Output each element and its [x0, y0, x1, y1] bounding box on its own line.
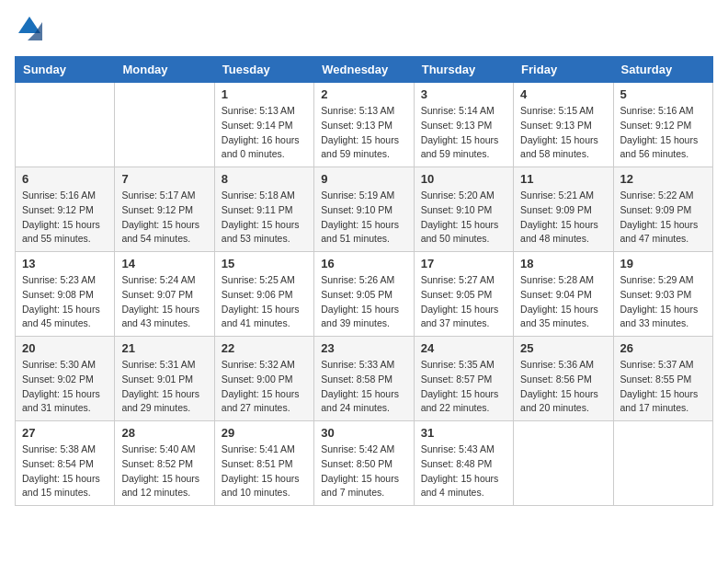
- day-info: Sunrise: 5:40 AMSunset: 8:52 PMDaylight:…: [121, 442, 207, 500]
- day-number: 12: [620, 172, 706, 186]
- calendar-cell: 29Sunrise: 5:41 AMSunset: 8:51 PMDayligh…: [214, 421, 313, 506]
- day-number: 19: [620, 257, 706, 270]
- logo-icon: [17, 15, 42, 40]
- calendar-cell: 26Sunrise: 5:37 AMSunset: 8:55 PMDayligh…: [613, 337, 712, 421]
- day-number: 7: [121, 172, 207, 186]
- calendar-cell: 28Sunrise: 5:40 AMSunset: 8:52 PMDayligh…: [115, 421, 214, 506]
- calendar-cell: 16Sunrise: 5:26 AMSunset: 9:05 PMDayligh…: [314, 252, 414, 337]
- day-number: 21: [121, 341, 207, 355]
- day-number: 29: [222, 426, 307, 440]
- weekday-header-monday: Monday: [115, 57, 214, 83]
- calendar-cell: 5Sunrise: 5:16 AMSunset: 9:12 PMDaylight…: [613, 83, 712, 167]
- calendar-cell: 19Sunrise: 5:29 AMSunset: 9:03 PMDayligh…: [613, 252, 712, 337]
- day-info: Sunrise: 5:37 AMSunset: 8:55 PMDaylight:…: [620, 358, 706, 416]
- weekday-header-row: SundayMondayTuesdayWednesdayThursdayFrid…: [16, 57, 713, 83]
- calendar-cell: 27Sunrise: 5:38 AMSunset: 8:54 PMDayligh…: [16, 421, 115, 506]
- day-info: Sunrise: 5:43 AMSunset: 8:48 PMDaylight:…: [421, 442, 506, 500]
- calendar-cell: 17Sunrise: 5:27 AMSunset: 9:05 PMDayligh…: [414, 252, 513, 337]
- day-number: 9: [321, 172, 406, 186]
- day-info: Sunrise: 5:13 AMSunset: 9:14 PMDaylight:…: [222, 104, 307, 162]
- calendar-cell: [115, 83, 214, 167]
- day-number: 28: [121, 426, 207, 440]
- day-info: Sunrise: 5:18 AMSunset: 9:11 PMDaylight:…: [222, 189, 307, 247]
- day-number: 10: [421, 172, 506, 186]
- day-number: 30: [321, 426, 406, 440]
- day-info: Sunrise: 5:14 AMSunset: 9:13 PMDaylight:…: [421, 104, 506, 162]
- day-info: Sunrise: 5:28 AMSunset: 9:04 PMDaylight:…: [520, 273, 606, 331]
- weekday-header-thursday: Thursday: [414, 57, 513, 83]
- calendar-week-3: 13Sunrise: 5:23 AMSunset: 9:08 PMDayligh…: [16, 252, 713, 337]
- day-number: 23: [321, 341, 406, 355]
- day-info: Sunrise: 5:22 AMSunset: 9:09 PMDaylight:…: [620, 189, 706, 247]
- day-info: Sunrise: 5:35 AMSunset: 8:57 PMDaylight:…: [421, 358, 506, 416]
- day-info: Sunrise: 5:32 AMSunset: 9:00 PMDaylight:…: [222, 358, 307, 416]
- day-info: Sunrise: 5:19 AMSunset: 9:10 PMDaylight:…: [321, 189, 406, 247]
- day-number: 16: [321, 257, 406, 270]
- day-info: Sunrise: 5:26 AMSunset: 9:05 PMDaylight:…: [321, 273, 406, 331]
- calendar-cell: 11Sunrise: 5:21 AMSunset: 9:09 PMDayligh…: [514, 167, 613, 252]
- day-info: Sunrise: 5:16 AMSunset: 9:12 PMDaylight:…: [620, 104, 706, 162]
- day-info: Sunrise: 5:20 AMSunset: 9:10 PMDaylight:…: [421, 189, 506, 247]
- day-info: Sunrise: 5:15 AMSunset: 9:13 PMDaylight:…: [520, 104, 606, 162]
- day-number: 1: [222, 87, 307, 101]
- day-info: Sunrise: 5:29 AMSunset: 9:03 PMDaylight:…: [620, 273, 706, 331]
- day-number: 25: [520, 341, 606, 355]
- day-info: Sunrise: 5:30 AMSunset: 9:02 PMDaylight:…: [22, 358, 108, 416]
- calendar-cell: 6Sunrise: 5:16 AMSunset: 9:12 PMDaylight…: [16, 167, 115, 252]
- day-number: 6: [22, 172, 108, 186]
- weekday-header-sunday: Sunday: [16, 57, 115, 83]
- logo: [15, 15, 42, 45]
- day-info: Sunrise: 5:25 AMSunset: 9:06 PMDaylight:…: [222, 273, 307, 331]
- day-number: 22: [222, 341, 307, 355]
- calendar-cell: 24Sunrise: 5:35 AMSunset: 8:57 PMDayligh…: [414, 337, 513, 421]
- logo-wordmark: [15, 15, 42, 45]
- day-number: 11: [520, 172, 606, 186]
- day-number: 4: [520, 87, 606, 101]
- day-number: 8: [222, 172, 307, 186]
- calendar-cell: 15Sunrise: 5:25 AMSunset: 9:06 PMDayligh…: [214, 252, 313, 337]
- calendar-cell: [16, 83, 115, 167]
- calendar-cell: [514, 421, 613, 506]
- calendar-cell: 2Sunrise: 5:13 AMSunset: 9:13 PMDaylight…: [314, 83, 414, 167]
- day-info: Sunrise: 5:36 AMSunset: 8:56 PMDaylight:…: [520, 358, 606, 416]
- page-header: [15, 15, 713, 45]
- calendar-cell: 7Sunrise: 5:17 AMSunset: 9:12 PMDaylight…: [115, 167, 214, 252]
- day-info: Sunrise: 5:13 AMSunset: 9:13 PMDaylight:…: [321, 104, 406, 162]
- calendar-cell: 31Sunrise: 5:43 AMSunset: 8:48 PMDayligh…: [414, 421, 513, 506]
- day-number: 13: [22, 257, 108, 270]
- calendar-cell: 20Sunrise: 5:30 AMSunset: 9:02 PMDayligh…: [16, 337, 115, 421]
- day-number: 18: [520, 257, 606, 270]
- day-info: Sunrise: 5:41 AMSunset: 8:51 PMDaylight:…: [222, 442, 307, 500]
- day-number: 27: [22, 426, 108, 440]
- day-number: 5: [620, 87, 706, 101]
- weekday-header-wednesday: Wednesday: [314, 57, 414, 83]
- calendar-table: SundayMondayTuesdayWednesdayThursdayFrid…: [15, 56, 713, 506]
- day-number: 31: [421, 426, 506, 440]
- day-number: 26: [620, 341, 706, 355]
- calendar-cell: 10Sunrise: 5:20 AMSunset: 9:10 PMDayligh…: [414, 167, 513, 252]
- calendar-cell: 4Sunrise: 5:15 AMSunset: 9:13 PMDaylight…: [514, 83, 613, 167]
- calendar-week-2: 6Sunrise: 5:16 AMSunset: 9:12 PMDaylight…: [16, 167, 713, 252]
- day-info: Sunrise: 5:31 AMSunset: 9:01 PMDaylight:…: [121, 358, 207, 416]
- calendar-cell: 13Sunrise: 5:23 AMSunset: 9:08 PMDayligh…: [16, 252, 115, 337]
- calendar-cell: 18Sunrise: 5:28 AMSunset: 9:04 PMDayligh…: [514, 252, 613, 337]
- calendar-cell: 9Sunrise: 5:19 AMSunset: 9:10 PMDaylight…: [314, 167, 414, 252]
- calendar-cell: 25Sunrise: 5:36 AMSunset: 8:56 PMDayligh…: [514, 337, 613, 421]
- calendar-cell: 22Sunrise: 5:32 AMSunset: 9:00 PMDayligh…: [214, 337, 313, 421]
- calendar-week-5: 27Sunrise: 5:38 AMSunset: 8:54 PMDayligh…: [16, 421, 713, 506]
- day-info: Sunrise: 5:21 AMSunset: 9:09 PMDaylight:…: [520, 189, 606, 247]
- day-number: 15: [222, 257, 307, 270]
- day-info: Sunrise: 5:38 AMSunset: 8:54 PMDaylight:…: [22, 442, 108, 500]
- calendar-week-4: 20Sunrise: 5:30 AMSunset: 9:02 PMDayligh…: [16, 337, 713, 421]
- day-info: Sunrise: 5:42 AMSunset: 8:50 PMDaylight:…: [321, 442, 406, 500]
- day-info: Sunrise: 5:27 AMSunset: 9:05 PMDaylight:…: [421, 273, 506, 331]
- calendar-cell: 14Sunrise: 5:24 AMSunset: 9:07 PMDayligh…: [115, 252, 214, 337]
- calendar-cell: [613, 421, 712, 506]
- calendar-cell: 1Sunrise: 5:13 AMSunset: 9:14 PMDaylight…: [214, 83, 313, 167]
- weekday-header-friday: Friday: [514, 57, 613, 83]
- day-number: 3: [421, 87, 506, 101]
- day-number: 14: [121, 257, 207, 270]
- weekday-header-tuesday: Tuesday: [214, 57, 313, 83]
- day-number: 2: [321, 87, 406, 101]
- calendar-week-1: 1Sunrise: 5:13 AMSunset: 9:14 PMDaylight…: [16, 83, 713, 167]
